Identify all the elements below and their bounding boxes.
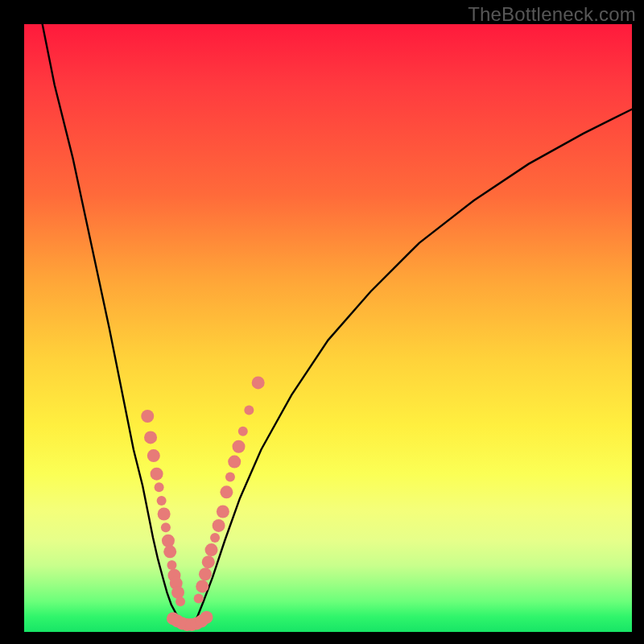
watermark-text: TheBottleneck.com <box>468 3 636 26</box>
chart-frame: TheBottleneck.com <box>0 0 644 644</box>
plot-background <box>24 24 632 632</box>
